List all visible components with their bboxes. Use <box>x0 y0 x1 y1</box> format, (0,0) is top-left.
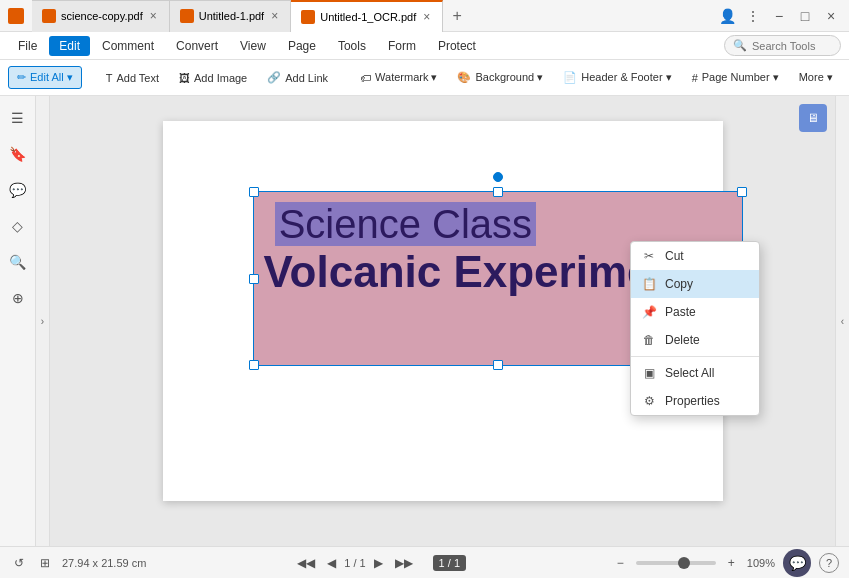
close-button[interactable]: × <box>821 6 841 26</box>
add-link-icon: 🔗 <box>267 71 281 84</box>
sidebar-icon-shape[interactable]: ◇ <box>4 212 32 240</box>
add-tab-button[interactable]: + <box>443 2 471 30</box>
main-layout: ☰ 🔖 💬 ◇ 🔍 ⊕ › 🖥 <box>0 96 849 546</box>
status-left: ↺ ⊞ 27.94 x 21.59 cm <box>10 554 146 572</box>
menu-page[interactable]: Page <box>278 36 326 56</box>
menu-comment[interactable]: Comment <box>92 36 164 56</box>
add-text-label: Add Text <box>116 72 159 84</box>
context-menu-cut[interactable]: ✂ Cut <box>631 242 759 270</box>
settings-icon[interactable]: ⋮ <box>743 6 763 26</box>
sidebar-icon-comment[interactable]: 💬 <box>4 176 32 204</box>
rotation-handle[interactable] <box>493 172 503 182</box>
zoom-thumb[interactable] <box>678 557 690 569</box>
cut-icon: ✂ <box>641 248 657 264</box>
copy-label: Copy <box>665 277 693 291</box>
edit-all-button[interactable]: ✏ Edit All ▾ <box>8 66 82 89</box>
menu-protect[interactable]: Protect <box>428 36 486 56</box>
tab-close-3[interactable]: × <box>421 10 432 24</box>
right-collapse-arrow[interactable]: ‹ <box>835 96 849 546</box>
zoom-in-button[interactable]: + <box>724 554 739 572</box>
properties-label: Properties <box>665 394 720 408</box>
context-menu-select-all[interactable]: ▣ Select All <box>631 359 759 387</box>
handle-middle-left[interactable] <box>249 274 259 284</box>
menu-tools[interactable]: Tools <box>328 36 376 56</box>
status-refresh-button[interactable]: ↺ <box>10 554 28 572</box>
tab-label-2: Untitled-1.pdf <box>199 10 264 22</box>
status-right: − + 109% <box>613 554 775 572</box>
tab-file-icon-1 <box>42 9 56 23</box>
paste-icon: 📌 <box>641 304 657 320</box>
add-link-label: Add Link <box>285 72 328 84</box>
properties-icon: ⚙ <box>641 393 657 409</box>
add-image-button[interactable]: 🖼 Add Image <box>171 68 255 88</box>
tab-untitled-ocr[interactable]: Untitled-1_OCR.pdf × <box>291 0 443 32</box>
help-button[interactable]: ? <box>819 553 839 573</box>
avatar-icon[interactable]: 👤 <box>717 6 737 26</box>
toolbar: ✏ Edit All ▾ T Add Text 🖼 Add Image 🔗 Ad… <box>0 60 849 96</box>
search-icon: 🔍 <box>733 39 747 52</box>
minimize-button[interactable]: − <box>769 6 789 26</box>
handle-top-left[interactable] <box>249 187 259 197</box>
search-box[interactable]: 🔍 <box>724 35 841 56</box>
sidebar-icon-layers[interactable]: ⊕ <box>4 284 32 312</box>
canvas-area: 🖥 <box>50 96 835 546</box>
status-dimensions: 27.94 x 21.59 cm <box>62 557 146 569</box>
watermark-button[interactable]: 🏷 Watermark ▾ <box>352 67 445 88</box>
left-collapse-arrow[interactable]: › <box>36 96 50 546</box>
context-menu-copy[interactable]: 📋 Copy <box>631 270 759 298</box>
add-text-button[interactable]: T Add Text <box>98 68 167 88</box>
handle-top-center[interactable] <box>493 187 503 197</box>
page-indicator: 1 / 1 <box>433 555 466 571</box>
background-button[interactable]: 🎨 Background ▾ <box>449 67 551 88</box>
maximize-button[interactable]: □ <box>795 6 815 26</box>
tab-file-icon-3 <box>301 10 315 24</box>
context-separator <box>631 356 759 357</box>
sidebar-icon-bookmark[interactable]: 🔖 <box>4 140 32 168</box>
zoom-slider[interactable] <box>636 561 716 565</box>
page-number-button[interactable]: # Page Number ▾ <box>684 67 787 88</box>
context-menu-delete[interactable]: 🗑 Delete <box>631 326 759 354</box>
cut-label: Cut <box>665 249 684 263</box>
tab-close-1[interactable]: × <box>148 9 159 23</box>
select-all-label: Select All <box>665 366 714 380</box>
prev-page-button[interactable]: ◀ <box>323 554 340 572</box>
first-page-button[interactable]: ◀◀ <box>293 554 319 572</box>
tab-close-2[interactable]: × <box>269 9 280 23</box>
menu-convert[interactable]: Convert <box>166 36 228 56</box>
zoom-out-button[interactable]: − <box>613 554 628 572</box>
screen-button[interactable]: 🖥 <box>799 104 827 132</box>
menu-edit[interactable]: Edit <box>49 36 90 56</box>
page-number-label: Page Number ▾ <box>702 71 779 84</box>
context-menu: ✂ Cut 📋 Copy 📌 Paste 🗑 Delete ▣ Select A… <box>630 241 760 416</box>
menu-bar: File Edit Comment Convert View Page Tool… <box>0 32 849 60</box>
context-menu-paste[interactable]: 📌 Paste <box>631 298 759 326</box>
sidebar-icon-search[interactable]: 🔍 <box>4 248 32 276</box>
header-footer-button[interactable]: 📄 Header & Footer ▾ <box>555 67 679 88</box>
background-icon: 🎨 <box>457 71 471 84</box>
add-link-button[interactable]: 🔗 Add Link <box>259 67 336 88</box>
tab-untitled-1[interactable]: Untitled-1.pdf × <box>170 0 291 32</box>
menu-file[interactable]: File <box>8 36 47 56</box>
handle-bottom-center[interactable] <box>493 360 503 370</box>
copy-icon: 📋 <box>641 276 657 292</box>
handle-bottom-left[interactable] <box>249 360 259 370</box>
tab-science-copy[interactable]: science-copy.pdf × <box>32 0 170 32</box>
last-page-button[interactable]: ▶▶ <box>391 554 417 572</box>
edit-all-icon: ✏ <box>17 71 26 84</box>
handle-top-right[interactable] <box>737 187 747 197</box>
chat-bubble-button[interactable]: 💬 <box>783 549 811 577</box>
search-input[interactable] <box>752 40 832 52</box>
context-menu-properties[interactable]: ⚙ Properties <box>631 387 759 415</box>
sidebar-icon-menu[interactable]: ☰ <box>4 104 32 132</box>
more-label: More ▾ <box>799 71 833 84</box>
menu-form[interactable]: Form <box>378 36 426 56</box>
title-bar: science-copy.pdf × Untitled-1.pdf × Unti… <box>0 0 849 32</box>
page-input[interactable]: 1 / 1 <box>344 557 365 569</box>
page-number-icon: # <box>692 72 698 84</box>
add-image-icon: 🖼 <box>179 72 190 84</box>
menu-view[interactable]: View <box>230 36 276 56</box>
next-page-button[interactable]: ▶ <box>370 554 387 572</box>
status-fit-button[interactable]: ⊞ <box>36 554 54 572</box>
more-button[interactable]: More ▾ <box>791 67 841 88</box>
edit-all-label: Edit All ▾ <box>30 71 73 84</box>
